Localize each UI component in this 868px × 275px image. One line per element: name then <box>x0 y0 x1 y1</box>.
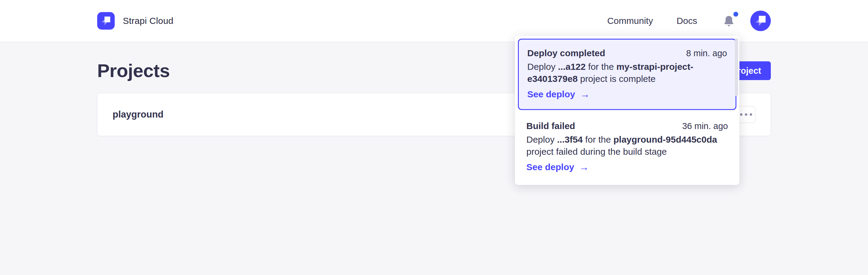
notification-title: Deploy completed <box>527 48 605 58</box>
nav-community[interactable]: Community <box>607 16 653 26</box>
strapi-logo-icon <box>97 12 115 30</box>
brand-label: Strapi Cloud <box>123 16 174 26</box>
notification-header-row: Deploy completed 8 min. ago <box>527 48 727 58</box>
project-name: playground <box>113 109 163 120</box>
header-nav: Community Docs <box>607 10 771 31</box>
notification-time: 8 min. ago <box>686 48 727 58</box>
notification-header-row: Build failed 36 min. ago <box>526 121 728 131</box>
unread-indicator-dot <box>734 12 738 17</box>
bell-icon <box>722 14 735 28</box>
scrollbar-thumb[interactable] <box>735 38 738 96</box>
page-title: Projects <box>97 58 170 83</box>
notifications-button[interactable] <box>722 13 736 28</box>
notification-body: Deploy ...a122 for the my-strapi-project… <box>527 61 725 85</box>
see-deploy-link[interactable]: See deploy → <box>527 89 590 100</box>
ellipsis-icon <box>740 113 752 116</box>
notification-title: Build failed <box>526 121 575 131</box>
notification-body: Deploy ...3f54 for the playground-95d445… <box>526 134 724 158</box>
project-menu-button[interactable] <box>737 106 755 123</box>
deploy-id: ...a122 <box>558 62 586 72</box>
strapi-avatar-icon <box>752 13 769 29</box>
see-deploy-link[interactable]: See deploy → <box>526 162 589 172</box>
brand-link[interactable]: Strapi Cloud <box>97 12 174 30</box>
notifications-panel: Deploy completed 8 min. ago Deploy ...a1… <box>515 36 739 185</box>
project-id: playground-95d445c0da <box>614 135 717 144</box>
notification-item-build-failed[interactable]: Build failed 36 min. ago Deploy ...3f54 … <box>518 110 736 174</box>
notification-item-deploy-completed[interactable]: Deploy completed 8 min. ago Deploy ...a1… <box>518 39 736 110</box>
notification-time: 36 min. ago <box>682 121 728 131</box>
app: { "header": { "brand": "Strapi Cloud", "… <box>0 0 868 275</box>
nav-docs[interactable]: Docs <box>677 16 697 26</box>
deploy-id: ...3f54 <box>557 135 583 144</box>
arrow-right-icon: → <box>580 90 590 99</box>
user-avatar-button[interactable] <box>750 10 771 31</box>
arrow-right-icon: → <box>579 163 589 172</box>
